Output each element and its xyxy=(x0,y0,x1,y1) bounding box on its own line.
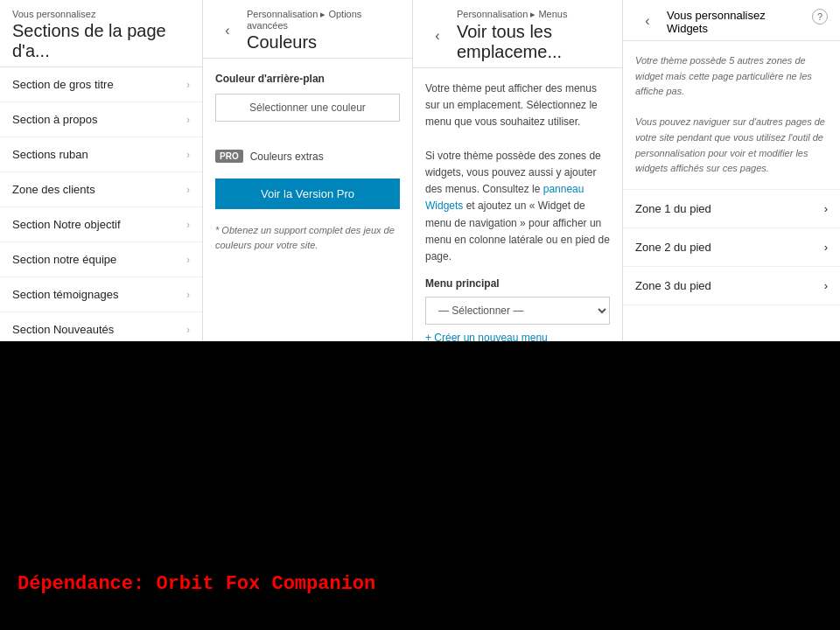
zone2-pied-label: Zone 2 du pied xyxy=(635,241,711,254)
panel-menus: ‹ Personnalisation ▸ Menus Voir tous les… xyxy=(413,0,623,341)
list-item: Sections ruban › xyxy=(0,137,202,172)
list-item: Section témoignages › xyxy=(0,277,202,312)
chevron-right-icon: › xyxy=(186,254,190,266)
panel3-header: ‹ Personnalisation ▸ Menus Voir tous les… xyxy=(413,0,622,68)
list-item: Zone 3 du pied › xyxy=(623,267,840,305)
section-equipe-label: Section notre équipe xyxy=(12,253,116,266)
menu-principal-section: Menu principal — Sélectionner — + Créer … xyxy=(413,277,622,341)
chevron-right-icon: › xyxy=(824,241,828,254)
panel3-title: Voir tous les emplaceme... xyxy=(457,22,610,62)
panel4-title: Widgets xyxy=(667,22,812,35)
background-color-label: Couleur d'arrière-plan xyxy=(215,73,400,85)
chevron-right-icon: › xyxy=(186,289,190,301)
pro-label: Couleurs extras xyxy=(250,150,324,163)
zone3-pied-link[interactable]: Zone 3 du pied › xyxy=(623,267,840,304)
section-nouveautes-link[interactable]: Section Nouveautés › xyxy=(0,312,202,341)
pro-badge: PRO xyxy=(215,150,243,163)
zone-clients-label: Zone des clients xyxy=(12,183,95,196)
chevron-right-icon: › xyxy=(186,184,190,196)
section-a-propos-label: Section à propos xyxy=(12,113,98,126)
create-menu-link[interactable]: + Créer un nouveau menu xyxy=(425,332,610,341)
background-color-section: Couleur d'arrière-plan Sélectionner une … xyxy=(203,59,412,136)
panel1-header: Vous personnalisez Sections de la page d… xyxy=(0,0,202,67)
menu-principal-label: Menu principal xyxy=(425,277,610,290)
back-button-panel4[interactable]: ‹ xyxy=(635,9,660,33)
panel4-subtitle: Vous personnalisez xyxy=(667,9,812,22)
section-gros-titre-label: Section de gros titre xyxy=(12,78,114,91)
list-item: Section de gros titre › xyxy=(0,67,202,102)
menu-select-dropdown[interactable]: — Sélectionner — xyxy=(425,297,610,325)
widget-desc-text: Votre thème possède 5 autres zones de wi… xyxy=(635,53,828,100)
zone3-pied-label: Zone 3 du pied xyxy=(635,279,711,292)
section-nouveautes-label: Section Nouveautés xyxy=(12,323,114,336)
select-color-button[interactable]: Sélectionner une couleur xyxy=(215,94,400,122)
section-temoignages-link[interactable]: Section témoignages › xyxy=(0,277,202,312)
chevron-right-icon: › xyxy=(824,279,828,292)
list-item: Section Notre objectif › xyxy=(0,207,202,242)
zone1-pied-label: Zone 1 du pied xyxy=(635,202,711,215)
list-item: Section à propos › xyxy=(0,102,202,137)
list-item: Section Nouveautés › xyxy=(0,312,202,341)
panel3-body: Votre thème peut afficher des menus sur … xyxy=(413,68,622,277)
chevron-right-icon: › xyxy=(186,114,190,126)
panel-widgets: ‹ Vous personnalisez Widgets ? Votre thè… xyxy=(623,0,840,341)
panel3-desc1: Votre thème peut afficher des menus sur … xyxy=(425,80,610,131)
panel-sections: Vous personnalisez Sections de la page d… xyxy=(0,0,203,341)
back-button-panel3[interactable]: ‹ xyxy=(425,24,450,48)
widget-desc-text2: Vous pouvez naviguer sur d'autres pages … xyxy=(635,115,828,176)
list-item: Zone 2 du pied › xyxy=(623,228,840,267)
section-gros-titre-link[interactable]: Section de gros titre › xyxy=(0,67,202,102)
section-equipe-link[interactable]: Section notre équipe › xyxy=(0,242,202,276)
panel2-header: ‹ Personnalisation ▸ Options avancées Co… xyxy=(203,0,412,59)
widget-description: Votre thème possède 5 autres zones de wi… xyxy=(623,41,840,190)
chevron-right-icon: › xyxy=(824,202,828,215)
sections-ruban-label: Sections ruban xyxy=(12,148,88,161)
chevron-right-icon: › xyxy=(186,324,190,336)
widget-zones-list: Zone 1 du pied › Zone 2 du pied › Zone 3… xyxy=(623,190,840,305)
chevron-right-icon: › xyxy=(186,219,190,231)
chevron-right-icon: › xyxy=(186,149,190,161)
back-button-panel2[interactable]: ‹ xyxy=(215,18,240,43)
list-item: Section notre équipe › xyxy=(0,242,202,277)
panel2-breadcrumb: Personnalisation ▸ Options avancées xyxy=(247,9,400,31)
chevron-right-icon: › xyxy=(186,79,190,91)
panel3-desc2: Si votre thème possède des zones de widg… xyxy=(425,148,610,265)
panel-couleurs: ‹ Personnalisation ▸ Options avancées Co… xyxy=(203,0,413,341)
version-pro-button[interactable]: Voir la Version Pro xyxy=(215,178,400,209)
sections-list: Section de gros titre › Section à propos… xyxy=(0,67,202,341)
zone1-pied-link[interactable]: Zone 1 du pied › xyxy=(623,190,840,228)
dependency-notice: Dépendance: Orbit Fox Companion xyxy=(18,573,375,595)
zone2-pied-link[interactable]: Zone 2 du pied › xyxy=(623,228,840,266)
panel1-subtitle: Vous personnalisez xyxy=(12,9,190,19)
panel1-title: Sections de la page d'a... xyxy=(12,21,190,61)
list-item: Zone des clients › xyxy=(0,172,202,207)
section-a-propos-link[interactable]: Section à propos › xyxy=(0,102,202,136)
panel3-breadcrumb: Personnalisation ▸ Menus xyxy=(457,9,610,20)
panel4-header: ‹ Vous personnalisez Widgets ? xyxy=(623,0,840,41)
section-objectif-label: Section Notre objectif xyxy=(12,218,121,231)
pro-extras-row: PRO Couleurs extras xyxy=(215,150,400,163)
promo-text: * Obtenez un support complet des jeux de… xyxy=(203,218,412,257)
zone-clients-link[interactable]: Zone des clients › xyxy=(0,172,202,206)
list-item: Zone 1 du pied › xyxy=(623,190,840,228)
section-temoignages-label: Section témoignages xyxy=(12,288,118,301)
panel2-title: Couleurs xyxy=(247,32,400,52)
help-icon[interactable]: ? xyxy=(812,9,828,24)
section-objectif-link[interactable]: Section Notre objectif › xyxy=(0,207,202,242)
sections-ruban-link[interactable]: Sections ruban › xyxy=(0,137,202,172)
